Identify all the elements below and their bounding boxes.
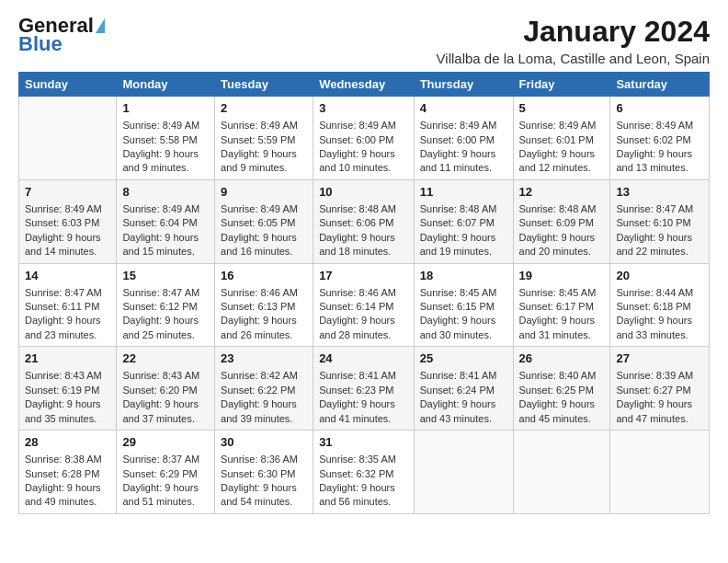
cell-text: and 25 minutes. (122, 328, 209, 342)
cell-text: Daylight: 9 hours (519, 397, 605, 411)
cell-text: and 33 minutes. (616, 328, 703, 342)
cell-4-6 (610, 431, 710, 514)
cell-0-0 (19, 97, 117, 180)
calendar-header-row: Sunday Monday Tuesday Wednesday Thursday… (19, 73, 710, 97)
cell-text: Daylight: 9 hours (420, 397, 507, 411)
cell-text: Sunrise: 8:49 AM (122, 119, 209, 132)
day-number: 15 (122, 268, 209, 284)
cell-2-1: 15Sunrise: 8:47 AMSunset: 6:12 PMDayligh… (117, 263, 215, 347)
cell-text: Sunrise: 8:44 AM (616, 286, 703, 300)
day-number: 16 (221, 268, 307, 284)
month-title: January 2024 (437, 15, 710, 49)
cell-text: and 16 minutes. (221, 245, 307, 259)
cell-text: Sunrise: 8:49 AM (616, 119, 703, 132)
header-tuesday: Tuesday (215, 73, 313, 97)
cell-0-1: 1Sunrise: 8:49 AMSunset: 5:58 PMDaylight… (117, 97, 215, 180)
day-number: 8 (122, 184, 209, 201)
cell-text: and 37 minutes. (122, 412, 209, 426)
day-number: 4 (420, 100, 507, 117)
cell-text: and 22 minutes. (616, 245, 703, 259)
cell-2-6: 20Sunrise: 8:44 AMSunset: 6:18 PMDayligh… (610, 263, 710, 347)
cell-text: Daylight: 9 hours (420, 147, 507, 161)
logo-triangle-icon (96, 18, 105, 33)
cell-text: Sunset: 6:02 PM (616, 133, 703, 147)
cell-text: and 18 minutes. (319, 245, 408, 259)
week-row-5: 28Sunrise: 8:38 AMSunset: 6:28 PMDayligh… (19, 431, 710, 514)
cell-text: Sunset: 5:58 PM (122, 133, 209, 147)
header-saturday: Saturday (610, 73, 710, 97)
cell-text: Sunset: 6:15 PM (420, 300, 507, 314)
cell-text: and 26 minutes. (221, 328, 307, 342)
cell-text: Sunrise: 8:43 AM (122, 369, 209, 383)
cell-text: Sunrise: 8:42 AM (221, 369, 307, 383)
cell-text: Sunset: 6:00 PM (319, 133, 408, 147)
day-number: 20 (616, 268, 703, 284)
cell-text: Sunrise: 8:47 AM (25, 286, 110, 300)
cell-text: Daylight: 9 hours (25, 481, 110, 495)
cell-text: Sunset: 6:03 PM (25, 216, 110, 230)
cell-1-5: 12Sunrise: 8:48 AMSunset: 6:09 PMDayligh… (513, 179, 610, 263)
logo-text-blue: Blue (18, 33, 63, 55)
cell-text: and 35 minutes. (25, 412, 110, 426)
cell-text: and 9 minutes. (122, 161, 209, 175)
cell-text: Sunrise: 8:45 AM (420, 286, 507, 300)
cell-0-3: 3Sunrise: 8:49 AMSunset: 6:00 PMDaylight… (313, 97, 415, 180)
cell-text: Daylight: 9 hours (519, 147, 605, 161)
cell-text: Daylight: 9 hours (616, 231, 703, 245)
cell-text: Sunset: 6:11 PM (25, 300, 110, 314)
cell-1-2: 9Sunrise: 8:49 AMSunset: 6:05 PMDaylight… (215, 179, 313, 263)
cell-text: and 28 minutes. (319, 328, 408, 342)
cell-text: Daylight: 9 hours (221, 397, 307, 411)
cell-text: Sunset: 6:18 PM (616, 300, 703, 314)
day-number: 6 (616, 100, 703, 117)
day-number: 2 (221, 100, 307, 117)
location-subtitle: Villalba de la Loma, Castille and Leon, … (437, 51, 710, 66)
day-number: 14 (25, 268, 110, 284)
day-number: 13 (616, 184, 703, 201)
cell-text: Sunrise: 8:40 AM (519, 369, 605, 383)
cell-2-5: 19Sunrise: 8:45 AMSunset: 6:17 PMDayligh… (513, 263, 610, 347)
cell-3-5: 26Sunrise: 8:40 AMSunset: 6:25 PMDayligh… (513, 347, 610, 431)
cell-text: and 45 minutes. (519, 412, 605, 426)
header: General Blue January 2024 Villalba de la… (18, 15, 710, 66)
cell-3-6: 27Sunrise: 8:39 AMSunset: 6:27 PMDayligh… (610, 347, 710, 431)
cell-text: and 51 minutes. (122, 495, 209, 509)
header-sunday: Sunday (19, 73, 117, 97)
cell-text: Sunrise: 8:49 AM (319, 119, 408, 132)
cell-text: and 41 minutes. (319, 412, 408, 426)
title-block: January 2024 Villalba de la Loma, Castil… (437, 15, 710, 66)
cell-text: Sunrise: 8:46 AM (319, 286, 408, 300)
cell-text: Sunrise: 8:48 AM (319, 202, 408, 216)
day-number: 17 (319, 268, 408, 284)
cell-text: Sunrise: 8:49 AM (221, 202, 307, 216)
cell-text: Sunset: 6:25 PM (519, 384, 605, 397)
cell-text: and 9 minutes. (221, 161, 307, 175)
cell-text: Sunset: 6:12 PM (122, 300, 209, 314)
cell-text: Sunset: 6:14 PM (319, 300, 408, 314)
cell-text: and 23 minutes. (25, 328, 110, 342)
cell-text: Sunrise: 8:41 AM (319, 369, 408, 383)
cell-1-6: 13Sunrise: 8:47 AMSunset: 6:10 PMDayligh… (610, 179, 710, 263)
cell-text: and 54 minutes. (221, 495, 307, 509)
cell-text: Daylight: 9 hours (221, 231, 307, 245)
week-row-4: 21Sunrise: 8:43 AMSunset: 6:19 PMDayligh… (19, 347, 710, 431)
cell-text: Daylight: 9 hours (616, 397, 703, 411)
cell-text: and 10 minutes. (319, 161, 408, 175)
header-monday: Monday (117, 73, 215, 97)
cell-text: Daylight: 9 hours (25, 231, 110, 245)
page: General Blue January 2024 Villalba de la… (0, 0, 728, 563)
cell-text: and 11 minutes. (420, 161, 507, 175)
cell-text: Daylight: 9 hours (616, 314, 703, 327)
cell-text: Sunset: 6:20 PM (122, 384, 209, 397)
cell-4-4 (414, 431, 513, 514)
cell-text: and 19 minutes. (420, 245, 507, 259)
day-number: 1 (122, 100, 209, 117)
cell-4-5 (513, 431, 610, 514)
cell-text: Daylight: 9 hours (25, 314, 110, 327)
cell-text: Sunrise: 8:49 AM (221, 119, 307, 132)
cell-text: Daylight: 9 hours (319, 481, 408, 495)
day-number: 23 (221, 350, 307, 367)
day-number: 22 (122, 350, 209, 367)
cell-text: Sunrise: 8:35 AM (319, 453, 408, 466)
cell-text: Daylight: 9 hours (420, 231, 507, 245)
